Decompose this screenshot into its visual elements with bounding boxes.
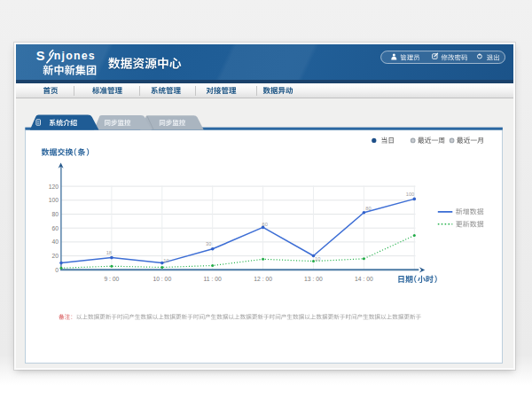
svg-text:10: 10 [163, 258, 168, 263]
svg-text:80: 80 [51, 211, 59, 217]
svg-text:20: 20 [51, 253, 59, 259]
svg-text:10 : 00: 10 : 00 [153, 276, 171, 282]
svg-text:S: S [36, 49, 45, 63]
svg-text:80: 80 [365, 206, 371, 211]
svg-text:100: 100 [49, 197, 59, 203]
svg-text:100: 100 [406, 192, 415, 197]
svg-text:11 : 00: 11 : 00 [204, 276, 223, 282]
svg-text:18: 18 [106, 250, 112, 255]
svg-text:14 : 00: 14 : 00 [355, 276, 373, 282]
svg-text:13 : 00: 13 : 00 [304, 276, 323, 282]
svg-text:12 : 00: 12 : 00 [254, 276, 272, 282]
svg-text:60: 60 [262, 222, 268, 227]
svg-text:9 : 00: 9 : 00 [104, 276, 119, 282]
svg-text:0: 0 [55, 267, 59, 273]
svg-text:60: 60 [51, 225, 59, 231]
svg-text:40: 40 [51, 239, 59, 245]
svg-text:120: 120 [49, 184, 59, 190]
svg-text:10: 10 [315, 256, 320, 262]
svg-text:30: 30 [206, 241, 211, 246]
svg-text:njones: njones [54, 50, 96, 62]
